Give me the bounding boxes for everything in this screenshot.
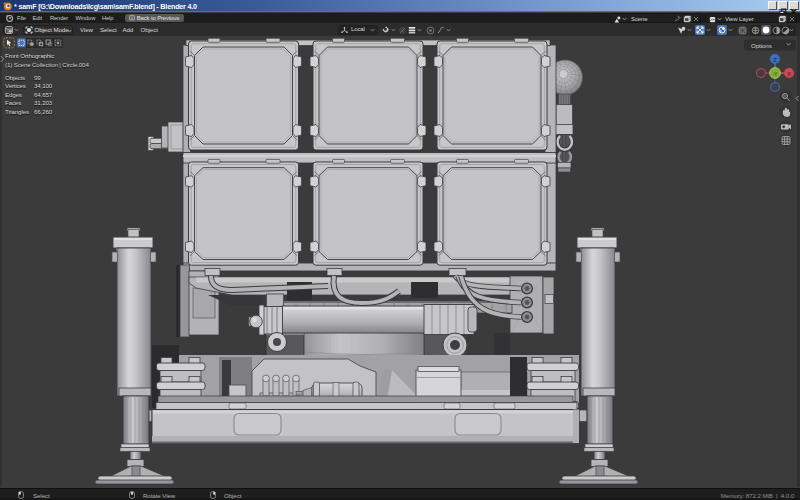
svg-text:Z: Z bbox=[773, 57, 777, 63]
svg-text:X: X bbox=[787, 71, 791, 77]
svg-text:Options: Options bbox=[751, 42, 772, 49]
svg-text:-Y: -Y bbox=[772, 71, 778, 77]
